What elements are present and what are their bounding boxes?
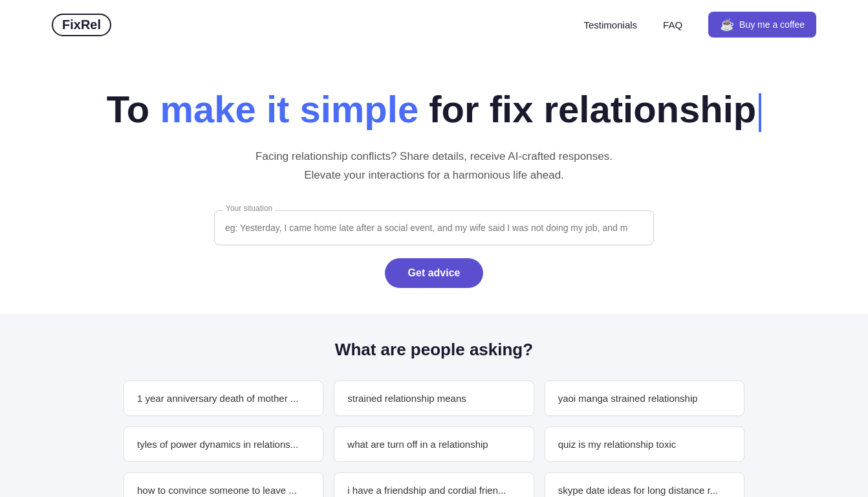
navbar: FixRel Testimonials FAQ ☕ Buy me a coffe… (0, 0, 868, 49)
input-label: Your situation (223, 204, 275, 213)
input-section: Your situation Get advice (52, 210, 816, 288)
tag-chip-tag-2[interactable]: strained relationship means (334, 381, 534, 416)
section-title: What are people asking? (52, 340, 816, 360)
coffee-icon: ☕ (720, 17, 734, 32)
tag-chip-tag-1[interactable]: 1 year anniversary death of mother ... (124, 381, 323, 416)
subtitle-line2: Elevate your interactions for a harmonio… (304, 169, 564, 181)
situation-input[interactable] (214, 210, 654, 245)
get-advice-button[interactable]: Get advice (385, 258, 484, 288)
subtitle-line1: Facing relationship conflicts? Share det… (255, 150, 613, 162)
tag-chip-tag-8[interactable]: i have a friendship and cordial frien... (334, 472, 534, 497)
tag-chip-tag-5[interactable]: what are turn off in a relationship (334, 426, 534, 462)
input-wrapper: Your situation (214, 210, 654, 245)
tags-grid: 1 year anniversary death of mother ...st… (124, 381, 744, 497)
hero-title: To make it simple for fix relationship (107, 88, 761, 132)
title-prefix: To (107, 88, 160, 130)
tag-chip-tag-9[interactable]: skype date ideas for long distance r... (545, 472, 744, 497)
tag-chip-tag-6[interactable]: quiz is my relationship toxic (545, 426, 744, 462)
cursor-blink (759, 93, 761, 132)
nav-faq[interactable]: FAQ (663, 19, 682, 30)
title-highlight: make it simple (160, 88, 418, 130)
buy-coffee-label: Buy me a coffee (739, 19, 805, 30)
tag-chip-tag-3[interactable]: yaoi manga strained relationship (545, 381, 744, 416)
title-suffix: for fix relationship (418, 88, 756, 130)
logo-text: FixRel (52, 14, 111, 36)
hero-section: To make it simple for fix relationship F… (0, 49, 868, 314)
people-asking-section: What are people asking? 1 year anniversa… (0, 314, 868, 497)
tag-chip-tag-4[interactable]: tyles of power dynamics in relations... (124, 426, 323, 462)
nav-links: Testimonials FAQ ☕ Buy me a coffee (584, 12, 816, 38)
logo[interactable]: FixRel (52, 14, 111, 36)
nav-testimonials[interactable]: Testimonials (584, 19, 638, 30)
tag-chip-tag-7[interactable]: how to convince someone to leave ... (124, 472, 323, 497)
buy-coffee-button[interactable]: ☕ Buy me a coffee (708, 12, 816, 38)
hero-subtitle: Facing relationship conflicts? Share det… (255, 148, 613, 185)
